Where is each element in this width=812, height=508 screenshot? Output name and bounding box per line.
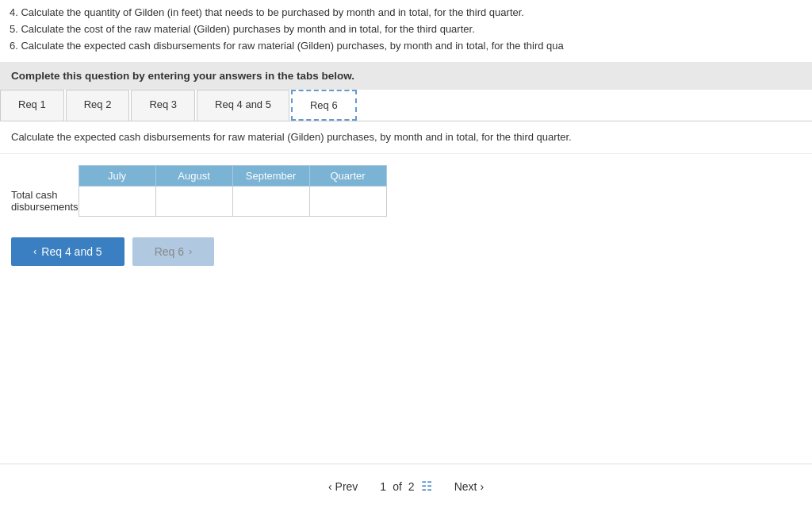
grid-icon[interactable]: ☷ [421, 479, 432, 494]
total-pages: 2 [408, 480, 415, 493]
table-header-row: July August September Quarter [11, 165, 386, 186]
next-req-label: Req 6 [155, 245, 184, 258]
next-req-button[interactable]: Req 6 › [132, 237, 215, 266]
tabs-row: Req 1Req 2Req 3Req 4 and 5Req 6 [0, 90, 812, 121]
current-page: 1 [380, 480, 386, 493]
input-september[interactable] [239, 194, 303, 209]
disbursements-table: July August September Quarter Total cash… [11, 165, 387, 217]
page-info: 1 of 2 ☷ [380, 479, 431, 494]
header-september: September [232, 165, 309, 186]
next-page-chevron-icon: › [480, 480, 484, 493]
header-august: August [155, 165, 232, 186]
next-page-button[interactable]: Next › [446, 475, 492, 498]
cell-september[interactable] [232, 186, 309, 216]
header-quarter: Quarter [309, 165, 386, 186]
header-empty [11, 165, 79, 186]
prev-chevron-icon: ‹ [33, 245, 36, 257]
instruction-line3: 6. Calculate the expected cash disbursem… [10, 38, 802, 55]
input-august[interactable] [163, 194, 226, 209]
input-quarter[interactable] [316, 194, 380, 209]
of-label: of [393, 480, 402, 493]
bottom-navigation: ‹ Prev 1 of 2 ☷ Next › [0, 464, 812, 508]
prev-page-label: Prev [335, 480, 358, 493]
question-text: Calculate the expected cash disbursement… [0, 121, 812, 154]
table-area: July August September Quarter Total cash… [0, 154, 812, 225]
cell-quarter[interactable] [309, 186, 386, 216]
tab-req-2[interactable]: Req 2 [66, 90, 130, 121]
tab-req-4-and-5[interactable]: Req 4 and 5 [197, 90, 289, 121]
input-july[interactable] [86, 194, 149, 209]
tab-req-3[interactable]: Req 3 [131, 90, 195, 121]
table-row: Total cash disbursements [11, 186, 386, 216]
next-chevron-icon: › [189, 245, 192, 257]
cell-august[interactable] [155, 186, 232, 216]
next-page-label: Next [454, 480, 477, 493]
prev-req-label: Req 4 and 5 [41, 245, 102, 258]
tab-req-1[interactable]: Req 1 [0, 90, 64, 121]
cell-july[interactable] [79, 186, 155, 216]
req-nav-buttons: ‹ Req 4 and 5 Req 6 › [0, 237, 812, 266]
header-july: July [79, 165, 155, 186]
prev-page-button[interactable]: ‹ Prev [320, 475, 366, 498]
prev-req-button[interactable]: ‹ Req 4 and 5 [11, 237, 124, 266]
instruction-line1: 4. Calculate the quantity of Gilden (in … [10, 5, 802, 21]
instructions-area: 4. Calculate the quantity of Gilden (in … [0, 0, 812, 59]
row-label: Total cash disbursements [11, 186, 79, 216]
complete-banner: Complete this question by entering your … [0, 62, 812, 90]
instruction-line2: 5. Calculate the cost of the raw materia… [10, 21, 802, 38]
tab-req-6[interactable]: Req 6 [291, 90, 357, 121]
prev-page-chevron-icon: ‹ [328, 480, 332, 493]
